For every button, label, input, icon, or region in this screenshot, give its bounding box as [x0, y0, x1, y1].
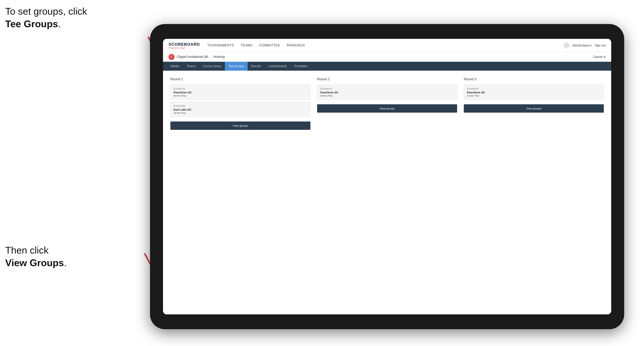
round-1-course-a-name: Peachtree GC: [174, 91, 307, 94]
tab-results[interactable]: Results: [248, 62, 265, 71]
top-nav: SCOREBOARD Powered by clippit TOURNAMENT…: [163, 39, 611, 52]
round-2-title: Round 2: [317, 77, 457, 81]
nav-link-tournaments[interactable]: TOURNAMENTS: [207, 43, 234, 47]
round-2-course-a-label: (Course A): [320, 87, 454, 90]
instruction-bottom-line1: Then click: [5, 245, 48, 256]
rounds-container: Round 1 (Course A) Peachtree GC Stroke P…: [170, 77, 604, 130]
sign-out-link[interactable]: Sign out: [595, 44, 606, 47]
tablet-screen: SCOREBOARD Powered by clippit TOURNAMENT…: [163, 39, 611, 314]
instruction-top-line2: Tee Groups: [5, 18, 58, 29]
round-3-column: Round 3 (Course A) Peachtree GC Stroke P…: [464, 77, 604, 130]
round-1-course-a-label: (Course A): [174, 87, 307, 90]
instruction-top: To set groups, click Tee Groups.: [5, 5, 87, 30]
round-1-course-a-format: Stroke Play: [174, 94, 307, 97]
nav-link-committee[interactable]: COMMITTEE: [259, 43, 280, 47]
nav-link-teams[interactable]: TEAMS: [240, 43, 253, 47]
logo-sub: Powered by clippit: [168, 47, 200, 49]
round-2-view-groups-button[interactable]: View groups: [317, 104, 457, 113]
round-1-course-a-card: (Course A) Peachtree GC Stroke Play: [170, 85, 310, 100]
instruction-bottom: Then click View Groups.: [5, 244, 66, 269]
logo-area: SCOREBOARD Powered by clippit: [168, 42, 200, 49]
round-2-course-a-card: (Course A) Peachtree GC Stroke Play: [317, 85, 457, 100]
round-3-course-a-name: Peachtree GC: [467, 91, 601, 94]
tab-details[interactable]: Details: [167, 62, 183, 71]
instruction-bottom-period: .: [64, 257, 66, 268]
round-2-course-a-name: Peachtree GC: [320, 91, 454, 94]
tournament-name: Clippd Invitational (M... · Hosting: [177, 55, 593, 59]
round-2-column: Round 2 (Course A) Peachtree GC Stroke P…: [317, 77, 457, 130]
round-3-course-a-label: (Course A): [467, 87, 601, 90]
instruction-top-period: .: [58, 18, 60, 29]
tablet-frame: SCOREBOARD Powered by clippit TOURNAMENT…: [150, 24, 624, 329]
tab-course-setup[interactable]: Course Setup: [199, 62, 225, 71]
tab-printables[interactable]: Printables: [290, 62, 311, 71]
user-email: blair@clippd.io: [572, 44, 592, 47]
round-1-title: Round 1: [170, 77, 310, 81]
round-3-course-a-card: (Course A) Peachtree GC Stroke Play: [464, 85, 604, 100]
nav-right: blair@clippd.io Sign out: [564, 42, 606, 48]
round-1-course-b-label: (Course B): [174, 105, 307, 107]
instruction-bottom-line2: View Groups: [5, 257, 64, 268]
tournament-logo: C: [168, 54, 174, 60]
round-3-course-a-format: Stroke Play: [467, 94, 601, 97]
round-3-title: Round 3: [464, 77, 604, 81]
round-1-course-b-format: Stroke Play: [174, 112, 307, 114]
tab-bar: Details Teams Course Setup Tee Groups Re…: [163, 62, 611, 71]
instruction-top-line1: To set groups, click: [5, 6, 87, 17]
user-avatar: [564, 42, 569, 48]
main-content: Round 1 (Course A) Peachtree GC Stroke P…: [163, 71, 611, 314]
round-1-course-b-card: (Course B) East Lake GC Stroke Play: [170, 102, 310, 117]
cancel-button[interactable]: Cancel ✕: [593, 55, 606, 59]
round-2-course-a-format: Stroke Play: [320, 94, 454, 97]
logo-text: SCOREBOARD: [168, 42, 200, 47]
round-1-column: Round 1 (Course A) Peachtree GC Stroke P…: [170, 77, 310, 130]
sub-header: C Clippd Invitational (M... · Hosting Ca…: [163, 52, 611, 62]
tab-leaderboards[interactable]: Leaderboards: [265, 62, 290, 71]
tab-teams[interactable]: Teams: [183, 62, 199, 71]
round-1-view-groups-button[interactable]: View groups: [170, 122, 310, 130]
round-3-view-groups-button[interactable]: View groups: [464, 104, 604, 113]
nav-link-rankings[interactable]: RANKINGS: [287, 43, 305, 47]
nav-links: TOURNAMENTS TEAMS COMMITTEE RANKINGS: [207, 43, 564, 47]
round-1-course-b-name: East Lake GC: [174, 108, 307, 111]
tab-tee-groups[interactable]: Tee Groups: [225, 62, 248, 71]
